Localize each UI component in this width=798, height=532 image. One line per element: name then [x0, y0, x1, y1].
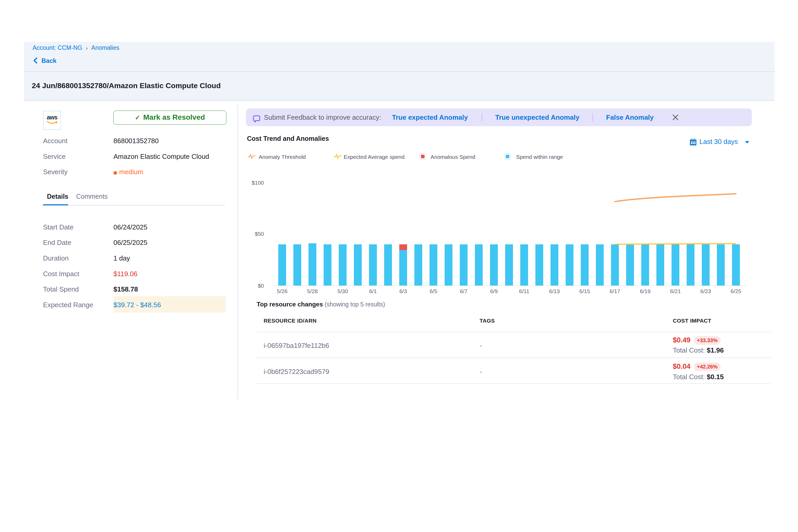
svg-text:6/17: 6/17: [610, 288, 621, 294]
svg-text:6/21: 6/21: [670, 288, 681, 294]
svg-text:6/3: 6/3: [399, 288, 407, 294]
svg-text:6/9: 6/9: [490, 288, 498, 294]
svg-text:6/15: 6/15: [580, 288, 590, 294]
svg-text:5/26: 5/26: [277, 288, 288, 294]
svg-text:6/23: 6/23: [701, 288, 711, 294]
svg-text:$0: $0: [258, 283, 264, 289]
svg-text:$100: $100: [252, 180, 264, 186]
svg-text:6/13: 6/13: [549, 288, 560, 294]
svg-text:6/7: 6/7: [460, 288, 467, 294]
svg-text:6/5: 6/5: [430, 288, 437, 294]
svg-text:6/19: 6/19: [640, 288, 651, 294]
svg-text:6/25: 6/25: [731, 288, 741, 294]
svg-text:5/30: 5/30: [338, 288, 348, 294]
svg-text:5/28: 5/28: [307, 288, 318, 294]
svg-text:$50: $50: [255, 231, 264, 237]
svg-text:6/1: 6/1: [369, 288, 377, 294]
svg-text:6/11: 6/11: [519, 288, 529, 294]
